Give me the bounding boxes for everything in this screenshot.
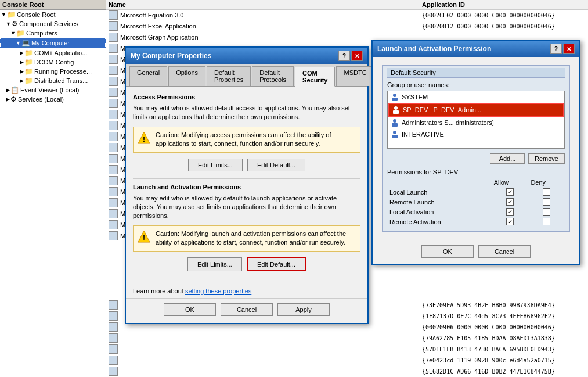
access-permissions-title: Access Permissions [133, 94, 360, 100]
tab-options[interactable]: Options [168, 66, 205, 86]
sidebar-item-distributed-trans[interactable]: ▶ 📁 Distributed Trans... [0, 76, 106, 85]
item-icon [109, 21, 118, 31]
launch-close-button[interactable]: ✕ [563, 44, 575, 54]
mycomputer-apply-button[interactable]: Apply [277, 303, 330, 316]
tab-msdtc[interactable]: MSDTC [336, 66, 374, 86]
user-label-sp-dev: SP_DEV_ P_DEV_Admin... [403, 106, 481, 113]
tab-general[interactable]: General [129, 66, 167, 86]
item-icon [109, 99, 118, 108]
folder-icon-dist: 📁 [24, 77, 33, 85]
add-remove-row: Add... Remove [387, 153, 565, 164]
expand-icon[interactable]: ▼ [1, 12, 6, 17]
sidebar-item-console-root[interactable]: ▼ 📁 Console Root [0, 10, 106, 19]
tab-com-security[interactable]: COM Security [295, 67, 335, 87]
list-item-guid[interactable]: {5E682D1C-AD66-416D-B0B2-447E1C84475B} [106, 366, 588, 377]
sidebar-item-com-applications[interactable]: ▶ 📁 COM+ Applicatio... [0, 48, 106, 58]
item-icon [109, 66, 118, 75]
expand-icon-cs[interactable]: ▼ [6, 21, 11, 27]
checkbox-local-launch-allow[interactable]: ✓ [506, 188, 514, 196]
mycomputer-properties-dialog: My Computer Properties ? ✕ General Optio… [125, 46, 369, 324]
sidebar-item-dcom-config[interactable]: ▶ 📁 DCOM Config [0, 58, 106, 67]
user-item-interactive[interactable]: INTERACTIVE [388, 128, 564, 140]
checkbox-remote-activation-allow[interactable]: ✓ [506, 218, 514, 225]
sidebar-item-services-local[interactable]: ▶ ⚙ Services (Local) [0, 95, 106, 104]
item-appid: {5E682D1C-AD66-416D-B0B2-447E1C84475B} [422, 368, 586, 375]
panel-header: Name Application ID [106, 0, 588, 10]
sidebar-item-running-processes[interactable]: ▶ 📁 Running Processe... [0, 67, 106, 76]
folder-icon-dcom: 📁 [24, 58, 33, 66]
perm-allow-remote-launch[interactable]: ✓ [492, 197, 529, 207]
perm-deny-local-activation[interactable] [528, 207, 565, 217]
expand-icon-comp[interactable]: ▼ [10, 30, 16, 36]
checkbox-local-activation-allow[interactable]: ✓ [506, 208, 514, 216]
user-item-administrators[interactable]: Administrators S... dministrators] [388, 117, 564, 128]
learn-more-link[interactable]: setting these properties [185, 288, 251, 295]
user-item-sp-dev[interactable]: SP_DEV_ P_DEV_Admin... [388, 103, 564, 117]
sidebar-item-event-viewer[interactable]: ▶ 📋 Event Viewer (Local) [0, 85, 106, 95]
perm-row-local-launch: Local Launch ✓ [387, 187, 565, 197]
services-icon: ⚙ [10, 95, 17, 103]
tab-default-properties[interactable]: Default Properties [207, 66, 251, 86]
tab-default-protocols[interactable]: Default Protocols [252, 66, 294, 86]
checkbox-local-launch-deny[interactable] [543, 188, 550, 196]
list-item-guid[interactable]: {79A62785-E105-4185-BDAA-08AED13A1838} [106, 333, 588, 344]
expand-icon-mycomp[interactable]: ▼ [16, 40, 21, 46]
access-permissions-desc: You may edit who is allowed default acce… [133, 104, 360, 122]
help-button[interactable]: ? [338, 51, 350, 61]
perm-allow-local-launch[interactable]: ✓ [492, 187, 529, 197]
item-icon [109, 176, 118, 185]
list-item-guid[interactable]: {7e0423cd-1119-0928-900c-e6d4a52a0715} [106, 355, 588, 366]
launch-edit-limits-button[interactable]: Edit Limits... [187, 257, 242, 271]
expand-icon-dist[interactable]: ▶ [20, 78, 24, 84]
checkbox-remote-launch-deny[interactable] [543, 198, 550, 206]
launch-edit-default-button[interactable]: Edit Default... [247, 257, 306, 271]
item-appid: {00020812-0000-0000-C000-000000000046} [422, 23, 586, 30]
expand-icon-com[interactable]: ▶ [20, 50, 24, 56]
perm-deny-remote-launch[interactable] [528, 197, 565, 207]
list-item-guid[interactable]: {57D1F1FB-B413-4730-BACA-695BDE0FD943} [106, 344, 588, 355]
sidebar-item-computers[interactable]: ▼ 📁 Computers [0, 28, 106, 38]
user-icon-interactive [390, 130, 399, 139]
expand-icon-ev[interactable]: ▶ [6, 87, 10, 93]
main-container: Console Root ▼ 📁 Console Root ▼ ⚙ Compon… [0, 0, 588, 377]
access-edit-limits-button[interactable]: Edit Limits... [188, 159, 243, 171]
list-item[interactable]: Microsoft Excel Application {00020812-00… [106, 21, 588, 32]
name-column-header: Name [109, 1, 422, 8]
item-icon [109, 143, 118, 152]
checkbox-local-activation-deny[interactable] [543, 208, 550, 216]
access-warning-text: Caution: Modifying access permissions ca… [156, 131, 356, 149]
expand-icon-svc[interactable]: ▶ [6, 96, 10, 102]
permissions-label: Permissions for SP_DEV_ [387, 168, 565, 175]
sidebar: Console Root ▼ 📁 Console Root ▼ ⚙ Compon… [0, 0, 106, 377]
launch-cancel-button[interactable]: Cancel [478, 245, 531, 258]
access-edit-default-button[interactable]: Edit Default... [247, 159, 305, 171]
launch-ok-button[interactable]: OK [421, 245, 474, 258]
perm-label-remote-launch: Remote Launch [387, 197, 492, 207]
checkbox-remote-activation-deny[interactable] [543, 218, 550, 225]
perm-deny-local-launch[interactable] [528, 187, 565, 197]
sidebar-item-component-services[interactable]: ▼ ⚙ Component Services [0, 19, 106, 28]
item-icon [109, 209, 118, 218]
checkbox-remote-launch-allow[interactable]: ✓ [506, 198, 514, 206]
svg-point-4 [393, 94, 396, 97]
perm-deny-remote-activation[interactable] [528, 217, 565, 227]
permissions-table: Allow Deny Local Launch ✓ [387, 178, 565, 227]
sidebar-item-my-computer[interactable]: ▼ 💻 My Computer [0, 38, 106, 48]
launch-help-button[interactable]: ? [550, 44, 562, 54]
mycomputer-ok-button[interactable]: OK [164, 303, 216, 316]
add-user-button[interactable]: Add... [490, 153, 525, 164]
expand-icon-dcom[interactable]: ▶ [20, 59, 24, 65]
launch-dialog-title: Launch and Activation Permission [377, 45, 491, 53]
perm-allow-remote-activation[interactable]: ✓ [492, 217, 529, 227]
item-appid: {00020906-0000-0000-C000-000000000046} [422, 324, 586, 331]
user-item-system[interactable]: SYSTEM [388, 91, 564, 103]
expand-icon-running[interactable]: ▶ [20, 69, 24, 74]
perm-label-local-activation: Local Activation [387, 207, 492, 217]
item-icon [109, 132, 118, 141]
mycomputer-cancel-button[interactable]: Cancel [221, 303, 273, 316]
perm-allow-local-activation[interactable]: ✓ [492, 207, 529, 217]
close-button[interactable]: ✕ [351, 51, 363, 61]
svg-rect-7 [393, 110, 399, 114]
remove-user-button[interactable]: Remove [528, 153, 565, 164]
list-item[interactable]: Microsoft Equation 3.0 {0002CE02-0000-00… [106, 10, 588, 21]
